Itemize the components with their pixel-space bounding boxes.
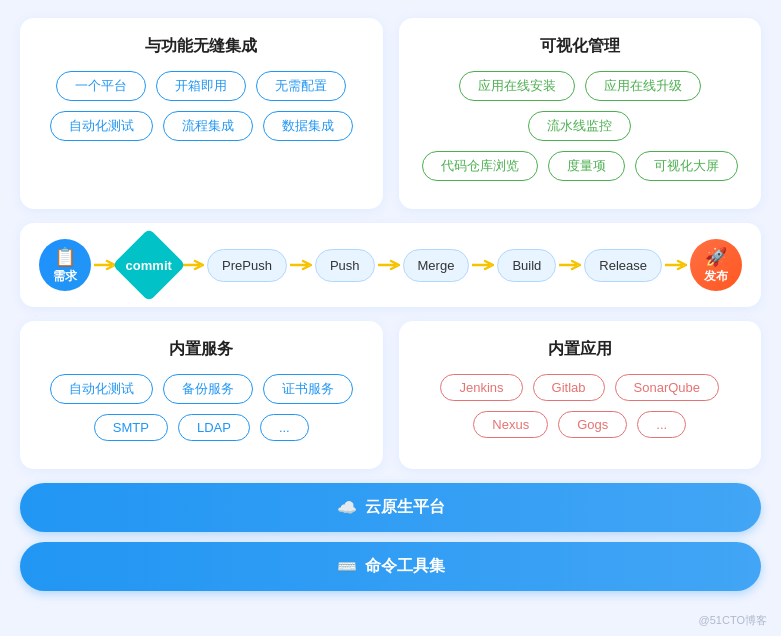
step-build: Build [497,249,556,282]
integration-title: 与功能无缝集成 [40,36,363,57]
visualization-tags-row2: 代码仓库浏览 度量项 可视化大屏 [419,151,742,181]
tag-jenkins: Jenkins [440,374,522,401]
visualization-tags-row1: 应用在线安装 应用在线升级 流水线监控 [419,71,742,141]
visualization-box: 可视化管理 应用在线安装 应用在线升级 流水线监控 代码仓库浏览 度量项 可视化… [399,18,762,209]
arrow-3 [287,257,315,273]
tag-gogs: Gogs [558,411,627,438]
step-release: Release [584,249,662,282]
tag-smtp: SMTP [94,414,168,441]
step-needs: 📋 需求 [39,239,91,291]
tag-auto-test: 自动化测试 [50,111,153,141]
tag-more-apps: ... [637,411,686,438]
step-push: Push [315,249,375,282]
builtin-apps-box: 内置应用 Jenkins Gitlab SonarQube Nexus Gogs… [399,321,762,469]
arrow-4 [375,257,403,273]
cli-button[interactable]: ⌨️ 命令工具集 [20,542,761,591]
tag-nexus: Nexus [473,411,548,438]
integration-box: 与功能无缝集成 一个平台 开箱即用 无需配置 自动化测试 流程集成 数据集成 [20,18,383,209]
tag-cert-svc: 证书服务 [263,374,353,404]
cloud-platform-label: 云原生平台 [365,497,445,518]
top-row: 与功能无缝集成 一个平台 开箱即用 无需配置 自动化测试 流程集成 数据集成 可… [20,18,761,209]
builtin-apps-title: 内置应用 [419,339,742,360]
tag-code-repo: 代码仓库浏览 [422,151,538,181]
step-publish: 🚀 发布 [690,239,742,291]
builtin-services-title: 内置服务 [40,339,363,360]
tag-app-install: 应用在线安装 [459,71,575,101]
visualization-title: 可视化管理 [419,36,742,57]
pipeline-row: 📋 需求 commit PrePush Push Merge Build Rel… [20,223,761,307]
integration-tags-row1: 一个平台 开箱即用 无需配置 [40,71,363,101]
step-merge: Merge [403,249,470,282]
tag-auto-test-svc: 自动化测试 [50,374,153,404]
step-prepush: PrePush [207,249,287,282]
services-tags-row2: SMTP LDAP ... [40,414,363,441]
cloud-platform-button[interactable]: ☁️ 云原生平台 [20,483,761,532]
tag-app-upgrade: 应用在线升级 [585,71,701,101]
tag-pipeline-monitor: 流水线监控 [528,111,631,141]
apps-tags-row1: Jenkins Gitlab SonarQube [419,374,742,401]
tag-ldap: LDAP [178,414,250,441]
arrow-7 [662,257,690,273]
tag-sonarqube: SonarQube [615,374,720,401]
cli-label: 命令工具集 [365,556,445,577]
tag-backup-svc: 备份服务 [163,374,253,404]
arrow-5 [469,257,497,273]
tag-gitlab: Gitlab [533,374,605,401]
tag-data-integration: 数据集成 [263,111,353,141]
tag-metrics: 度量项 [548,151,625,181]
integration-tags-row2: 自动化测试 流程集成 数据集成 [40,111,363,141]
tag-platform: 一个平台 [56,71,146,101]
cli-icon: ⌨️ [337,557,357,576]
tag-more-svc: ... [260,414,309,441]
arrow-6 [556,257,584,273]
tag-no-config: 无需配置 [256,71,346,101]
builtin-services-box: 内置服务 自动化测试 备份服务 证书服务 SMTP LDAP ... [20,321,383,469]
tag-out-of-box: 开箱即用 [156,71,246,101]
cloud-icon: ☁️ [337,498,357,517]
tag-visual-screen: 可视化大屏 [635,151,738,181]
tag-flow: 流程集成 [163,111,253,141]
bottom-row: 内置服务 自动化测试 备份服务 证书服务 SMTP LDAP ... 内置应用 … [20,321,761,469]
apps-tags-row2: Nexus Gogs ... [419,411,742,438]
step-commit: commit [119,239,179,291]
services-tags-row1: 自动化测试 备份服务 证书服务 [40,374,363,404]
watermark: @51CTO博客 [699,613,767,628]
